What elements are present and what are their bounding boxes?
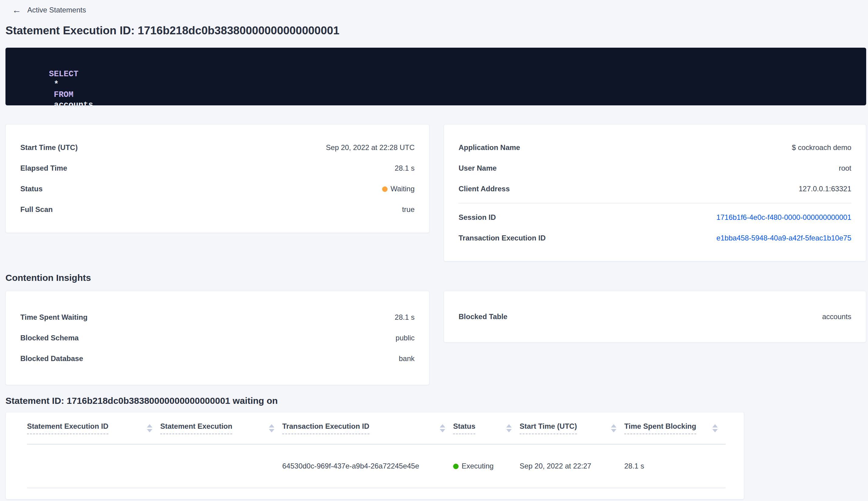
blocked-table-label: Blocked Table [458,312,508,321]
time-spent-waiting-label: Time Spent Waiting [20,313,87,321]
arrow-left-icon: ← [12,6,21,14]
column-header-time-spent-blocking[interactable]: Time Spent Blocking [624,412,726,444]
contention-waiting-card: Time Spent Waiting 28.1 s Blocked Schema… [6,291,430,385]
column-header-status[interactable]: Status [453,412,520,444]
session-id-label: Session ID [458,213,496,222]
start-time-value: Sep 20, 2022 at 22:28 UTC [326,143,415,152]
start-time-label: Start Time (UTC) [20,143,78,152]
column-header-label: Statement Execution [160,422,232,434]
sort-arrows-icon[interactable] [712,424,718,433]
application-name-row: Application Name $ cockroach demo [458,137,851,158]
user-name-value: root [839,164,851,172]
overview-card: Start Time (UTC) Sep 20, 2022 at 22:28 U… [6,124,430,233]
blocked-database-row: Blocked Database bank [20,348,415,369]
table-row: 64530d0c-969f-437e-a9b4-26a72245e45e Exe… [27,444,726,488]
table-header-row: Statement Execution ID Statement Executi… [27,412,726,444]
back-link[interactable]: ← Active Statements [12,6,86,14]
elapsed-time-row: Elapsed Time 28.1 s [20,158,415,179]
back-link-label: Active Statements [27,6,86,14]
column-header-statement-execution[interactable]: Statement Execution [160,412,282,444]
status-row: Status Waiting [20,179,415,199]
start-time-row: Start Time (UTC) Sep 20, 2022 at 22:28 U… [20,137,415,158]
contention-blocked-card: Blocked Table accounts [444,291,866,342]
blocked-schema-value: public [395,334,415,342]
sort-arrows-icon[interactable] [506,424,512,433]
user-name-row: User Name root [458,158,851,179]
full-scan-label: Full Scan [20,205,53,214]
client-address-value: 127.0.0.1:63321 [799,185,851,193]
blocked-database-value: bank [399,354,415,363]
full-scan-row: Full Scan true [20,199,415,220]
transaction-execution-id-row: Transaction Execution ID e1bba458-5948-4… [458,228,851,248]
elapsed-time-value: 28.1 s [395,164,415,172]
column-header-statement-execution-id[interactable]: Statement Execution ID [27,412,160,444]
cell-time-spent-blocking: 28.1 s [624,444,726,488]
sql-table-name: accounts [54,100,93,110]
contention-cards-row: Time Spent Waiting 28.1 s Blocked Schema… [6,291,866,385]
status-waiting-dot-icon [382,186,388,192]
application-name-label: Application Name [458,143,520,152]
sql-statement-box: SELECT * FROM accounts [6,48,866,105]
cell-start-time: Sep 20, 2022 at 22:27 [520,444,624,488]
application-name-value: $ cockroach demo [792,143,851,152]
status-executing-dot-icon [453,463,458,469]
column-header-transaction-execution-id[interactable]: Transaction Execution ID [282,412,453,444]
transaction-execution-id-link[interactable]: e1bba458-5948-40a9-a42f-5feac1b10e75 [717,234,851,242]
waiting-on-table-card: Statement Execution ID Statement Executi… [6,412,744,500]
column-header-label: Time Spent Blocking [624,422,696,434]
blocked-schema-label: Blocked Schema [20,334,79,342]
page-title: Statement Execution ID: 1716b218dc0b3838… [6,24,866,38]
column-header-label: Status [453,422,475,434]
user-name-label: User Name [458,164,497,172]
column-header-label: Start Time (UTC) [520,422,577,434]
column-header-label: Statement Execution ID [27,422,108,434]
column-header-label: Transaction Execution ID [282,422,369,434]
column-header-start-time[interactable]: Start Time (UTC) [520,412,624,444]
status-executing-text: Executing [462,462,493,470]
session-id-link[interactable]: 1716b1f6-4e0c-f480-0000-000000000001 [717,213,851,221]
blocked-database-label: Blocked Database [20,354,83,363]
cell-status: Executing [453,444,520,488]
contention-insights-heading: Contention Insights [6,273,866,283]
status-label: Status [20,185,43,193]
details-cards-row: Start Time (UTC) Sep 20, 2022 at 22:28 U… [6,124,866,262]
full-scan-value: true [402,205,415,214]
blocked-table-row: Blocked Table accounts [458,306,851,327]
time-spent-waiting-value: 28.1 s [395,313,415,321]
status-waiting-text: Waiting [391,185,415,193]
sql-keyword-from: FROM [54,90,74,99]
session-card: Application Name $ cockroach demo User N… [444,124,866,262]
sort-arrows-icon[interactable] [611,424,616,433]
session-id-row: Session ID 1716b1f6-4e0c-f480-0000-00000… [458,207,851,228]
session-card-divider [458,203,851,203]
cell-statement-execution-id [27,444,160,488]
waiting-on-heading: Statement ID: 1716b218dc0b38380000000000… [6,395,866,406]
status-value: Waiting [382,185,415,193]
sql-keyword-select: SELECT [49,70,78,79]
transaction-execution-id-value: e1bba458-5948-40a9-a42f-5feac1b10e75 [717,234,851,242]
sort-arrows-icon[interactable] [440,424,445,433]
blocked-table-value: accounts [822,312,851,321]
cell-statement-execution [160,444,282,488]
sql-star-operator: * [54,80,58,89]
waiting-on-table: Statement Execution ID Statement Executi… [27,412,726,488]
elapsed-time-label: Elapsed Time [20,164,67,172]
sort-arrows-icon[interactable] [147,424,152,433]
sort-arrows-icon[interactable] [269,424,274,433]
client-address-row: Client Address 127.0.0.1:63321 [458,179,851,199]
statement-execution-page: ← Active Statements Statement Execution … [0,0,868,500]
transaction-execution-id-label: Transaction Execution ID [458,234,546,242]
cell-transaction-execution-id: 64530d0c-969f-437e-a9b4-26a72245e45e [282,444,453,488]
client-address-label: Client Address [458,185,510,193]
time-spent-waiting-row: Time Spent Waiting 28.1 s [20,307,415,328]
session-id-value: 1716b1f6-4e0c-f480-0000-000000000001 [717,213,851,222]
sql-statement-text: SELECT * FROM accounts [19,58,852,120]
blocked-schema-row: Blocked Schema public [20,328,415,348]
